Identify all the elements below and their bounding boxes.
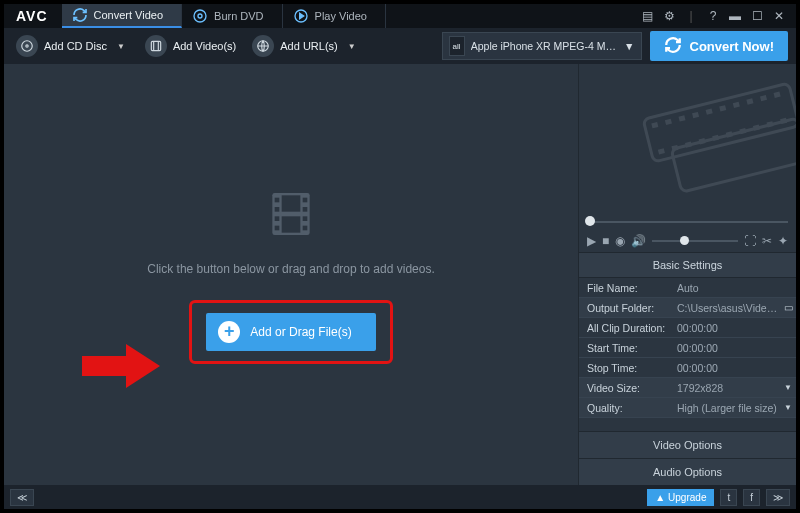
svg-rect-15 <box>303 225 308 230</box>
refresh-icon <box>664 36 682 57</box>
convert-now-button[interactable]: Convert Now! <box>650 31 789 61</box>
basic-settings-header: Basic Settings <box>579 252 796 278</box>
svg-rect-33 <box>699 138 706 144</box>
svg-rect-38 <box>767 121 774 127</box>
svg-rect-24 <box>706 109 713 115</box>
profile-label: Apple iPhone XR MPEG-4 Movie (*.m… <box>471 40 618 52</box>
svg-rect-17 <box>282 216 301 232</box>
main-drop-area[interactable]: Click the button below or drag and drop … <box>4 64 578 485</box>
prev-page-button[interactable]: ≪ <box>10 489 34 506</box>
value[interactable]: 00:00:00 <box>673 342 796 354</box>
facebook-icon[interactable]: f <box>743 489 760 506</box>
label: Stop Time: <box>579 362 673 374</box>
button-label: Convert Now! <box>690 39 775 54</box>
svg-point-1 <box>198 14 202 18</box>
row-video-size[interactable]: Video Size: 1792x828 ▼ <box>579 378 796 398</box>
snapshot-button[interactable]: ◉ <box>615 234 625 248</box>
add-videos-button[interactable]: + Add Video(s) <box>141 32 240 60</box>
play-button[interactable]: ▶ <box>587 234 596 248</box>
svg-rect-16 <box>282 195 301 211</box>
fullscreen-icon[interactable]: ⛶ <box>744 234 756 248</box>
twitter-icon[interactable]: t <box>720 489 737 506</box>
cut-icon[interactable]: ✂ <box>762 234 772 248</box>
plus-circle-icon: + <box>218 321 240 343</box>
tab-convert-video[interactable]: Convert Video <box>62 4 183 28</box>
button-label: Add or Drag File(s) <box>250 325 351 339</box>
row-start-time: Start Time: 00:00:00 <box>579 338 796 358</box>
separator: | <box>682 9 700 23</box>
value: 1792x828 <box>673 382 780 394</box>
preview-controls: ▶ ■ ◉ 🔊 ⛶ ✂ ✦ <box>579 230 796 252</box>
value: 00:00:00 <box>673 322 796 334</box>
film-placeholder-icon <box>263 186 319 242</box>
toolbar: + Add CD Disc ▼ + Add Video(s) + Add URL… <box>4 28 796 64</box>
status-bar: ≪ ▲Upgrade t f ≫ <box>4 485 796 509</box>
effects-icon[interactable]: ✦ <box>778 234 788 248</box>
svg-rect-28 <box>760 95 767 101</box>
help-icon[interactable]: ? <box>704 9 722 23</box>
close-button[interactable]: ✕ <box>770 9 788 23</box>
minimize-button[interactable]: ▬ <box>726 9 744 23</box>
audio-options-panel[interactable]: Audio Options <box>579 458 796 485</box>
settings-gear-icon[interactable]: ⚙ <box>660 9 678 23</box>
output-profile-select[interactable]: all Apple iPhone XR MPEG-4 Movie (*.m… ▼ <box>442 32 642 60</box>
next-page-button[interactable]: ≫ <box>766 489 790 506</box>
svg-rect-29 <box>774 92 781 98</box>
row-file-name: File Name: Auto <box>579 278 796 298</box>
chevron-down-icon[interactable]: ▼ <box>113 42 129 51</box>
label: File Name: <box>579 282 673 294</box>
value[interactable]: Auto <box>673 282 796 294</box>
tab-burn-dvd[interactable]: Burn DVD <box>182 4 283 28</box>
tab-play-video[interactable]: Play Video <box>283 4 386 28</box>
svg-rect-11 <box>275 225 280 230</box>
value[interactable]: 00:00:00 <box>673 362 796 374</box>
chevron-down-icon[interactable]: ▼ <box>780 403 796 412</box>
label: Quality: <box>579 402 673 414</box>
tab-label: Convert Video <box>94 9 164 21</box>
upgrade-button[interactable]: ▲Upgrade <box>647 489 714 506</box>
volume-icon[interactable]: 🔊 <box>631 234 646 248</box>
stop-button[interactable]: ■ <box>602 234 609 248</box>
add-cd-disc-button[interactable]: + Add CD Disc ▼ <box>12 32 133 60</box>
film-icon <box>145 35 167 57</box>
add-urls-button[interactable]: + Add URL(s) ▼ <box>248 32 363 60</box>
chevron-down-icon[interactable]: ▼ <box>344 42 360 51</box>
row-quality[interactable]: Quality: High (Larger file size) ▼ <box>579 398 796 418</box>
seek-slider[interactable] <box>579 214 796 230</box>
svg-point-4 <box>26 45 28 47</box>
label: Video Size: <box>579 382 673 394</box>
svg-rect-39 <box>780 118 787 124</box>
browse-folder-icon[interactable]: ▭ <box>780 302 796 313</box>
app-logo: AVC <box>4 8 62 24</box>
svg-rect-12 <box>303 197 308 202</box>
tab-label: Burn DVD <box>214 10 264 22</box>
svg-rect-37 <box>753 125 760 131</box>
add-or-drag-files-button[interactable]: + Add or Drag File(s) <box>206 313 375 351</box>
video-options-panel[interactable]: Video Options <box>579 431 796 458</box>
svg-rect-30 <box>658 148 665 154</box>
side-panel: ▶ ■ ◉ 🔊 ⛶ ✂ ✦ Basic Settings File Name: … <box>578 64 796 485</box>
svg-rect-31 <box>671 145 678 151</box>
button-label: Add CD Disc <box>44 40 107 52</box>
button-label: Add URL(s) <box>280 40 337 52</box>
value[interactable]: C:\Users\asus\Videos\… <box>673 302 780 314</box>
svg-point-3 <box>22 41 33 52</box>
dvd-icon <box>192 8 208 24</box>
svg-rect-25 <box>719 105 726 111</box>
options-nav-icon[interactable]: ▤ <box>638 9 656 23</box>
content-area: Click the button below or drag and drop … <box>4 64 796 485</box>
svg-rect-34 <box>712 135 719 141</box>
chevron-down-icon[interactable]: ▼ <box>780 383 796 392</box>
globe-icon <box>252 35 274 57</box>
value: High (Larger file size) <box>673 402 780 414</box>
svg-rect-32 <box>685 141 692 147</box>
button-label: Add Video(s) <box>173 40 236 52</box>
hint-text: Click the button below or drag and drop … <box>147 262 435 276</box>
maximize-button[interactable]: ☐ <box>748 9 766 23</box>
preview-pane <box>579 64 796 214</box>
add-file-highlight: + Add or Drag File(s) <box>189 300 392 364</box>
refresh-icon <box>72 7 88 23</box>
window-controls: ▤ ⚙ | ? ▬ ☐ ✕ <box>638 9 796 23</box>
row-all-clip-duration: All Clip Duration: 00:00:00 <box>579 318 796 338</box>
volume-slider[interactable] <box>652 240 738 242</box>
